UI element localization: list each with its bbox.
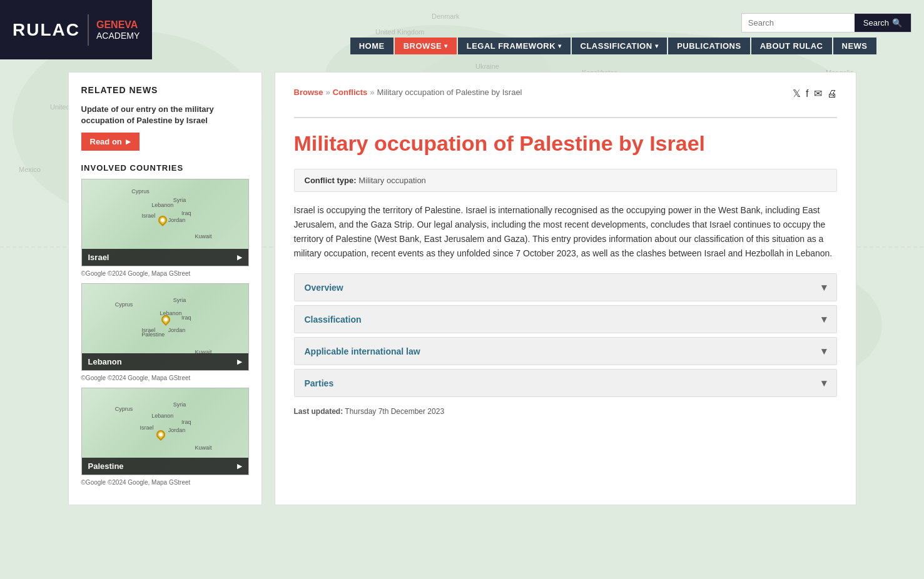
search-button[interactable]: Search 🔍 <box>855 14 911 32</box>
classification-chevron: ▾ <box>821 313 826 325</box>
overview-chevron: ▾ <box>821 281 826 293</box>
palestine-map-credit: ©Google ©2024 Google, Mapa GStreet <box>81 478 249 487</box>
news-update-text: Update of our entry on the military occu… <box>81 104 249 126</box>
nav-search-wrapper: Search 🔍 HOME BROWSE ▾ LEGAL FRAMEWORK ▾… <box>152 0 924 59</box>
nav-legal-framework[interactable]: LEGAL FRAMEWORK ▾ <box>458 38 571 54</box>
print-icon[interactable]: 🖨 <box>827 88 837 99</box>
classification-chevron: ▾ <box>655 43 659 49</box>
israel-map-credit: ©Google ©2024 Google, Mapa GStreet <box>81 269 249 278</box>
palestine-map[interactable]: Syria Cyprus Lebanon Iraq Jordan Israel … <box>81 388 249 475</box>
nav-publications[interactable]: PUBLICATIONS <box>668 38 750 54</box>
israel-map[interactable]: Syria Lebanon Iraq Jordan Israel Cyprus … <box>81 179 249 266</box>
breadcrumb-conflicts[interactable]: Conflicts <box>333 88 368 97</box>
breadcrumb-current: Military occupation of Palestine by Isra… <box>377 88 522 97</box>
logo-divider <box>88 14 89 46</box>
accordion-overview[interactable]: Overview ▾ <box>294 273 837 301</box>
lebanon-map[interactable]: Syria Cyprus Lebanon Iraq Jordan Israel … <box>81 283 249 371</box>
content-area: Browse » Conflicts » Military occupation… <box>275 72 856 505</box>
email-icon[interactable]: ✉ <box>814 88 822 99</box>
nav-about[interactable]: ABOUT RULAC <box>751 38 832 54</box>
nav-classification[interactable]: CLASSIFICATION ▾ <box>572 38 668 54</box>
legal-chevron: ▾ <box>558 43 562 49</box>
search-row: Search 🔍 <box>152 7 924 35</box>
search-input[interactable] <box>742 14 855 31</box>
conflict-type-box: Conflict type: Military occupation <box>294 169 837 192</box>
search-box[interactable]: Search 🔍 <box>741 13 911 33</box>
involved-countries-title: INVOLVED COUNTRIES <box>81 163 249 173</box>
accordion-classification-header[interactable]: Classification ▾ <box>295 306 836 333</box>
applicable-law-chevron: ▾ <box>821 345 826 357</box>
nav-news[interactable]: NEWS <box>833 38 876 54</box>
palestine-label: Palestine <box>82 458 248 475</box>
breadcrumb-browse[interactable]: Browse <box>294 88 323 97</box>
accordion-classification[interactable]: Classification ▾ <box>294 305 837 333</box>
nav-browse[interactable]: BROWSE ▾ <box>395 38 457 54</box>
share-icons: 𝕏 f ✉ 🖨 <box>793 88 836 99</box>
accordion-parties[interactable]: Parties ▾ <box>294 369 837 397</box>
accordion-parties-header[interactable]: Parties ▾ <box>295 370 836 396</box>
description: Israel is occupying the territory of Pal… <box>294 203 837 261</box>
page-title: Military occupation of Palestine by Isra… <box>294 131 837 156</box>
main-layout: RELATED NEWS Update of our entry on the … <box>56 59 869 518</box>
search-icon: 🔍 <box>892 18 902 28</box>
read-on-button[interactable]: Read on <box>81 133 140 151</box>
accordion-applicable-law[interactable]: Applicable international law ▾ <box>294 337 837 365</box>
header: RULAC GENEVA ACADEMY Search 🔍 HOME <box>0 0 924 59</box>
navigation: HOME BROWSE ▾ LEGAL FRAMEWORK ▾ CLASSIFI… <box>152 35 924 59</box>
logo-geneva-academy: GENEVA ACADEMY <box>96 19 140 41</box>
twitter-icon[interactable]: 𝕏 <box>793 88 801 99</box>
logo-rulac: RULAC <box>13 20 80 40</box>
nav-home[interactable]: HOME <box>350 38 393 54</box>
last-updated: Last updated: Thursday 7th December 2023 <box>294 407 837 416</box>
israel-label: Israel <box>82 249 248 266</box>
lebanon-map-credit: ©Google ©2024 Google, Mapa GStreet <box>81 373 249 383</box>
facebook-icon[interactable]: f <box>806 88 808 99</box>
breadcrumb: Browse » Conflicts » Military occupation… <box>294 88 522 97</box>
sidebar: RELATED NEWS Update of our entry on the … <box>68 72 262 505</box>
browse-chevron: ▾ <box>444 43 448 49</box>
accordion-overview-header[interactable]: Overview ▾ <box>295 274 836 301</box>
conflict-type-value: Military occupation <box>358 176 426 185</box>
conflict-type-label: Conflict type: <box>305 176 357 185</box>
parties-chevron: ▾ <box>821 377 826 389</box>
lebanon-label: Lebanon <box>82 353 248 370</box>
accordion-applicable-law-header[interactable]: Applicable international law ▾ <box>295 338 836 365</box>
logo[interactable]: RULAC GENEVA ACADEMY <box>0 0 152 59</box>
related-news-title: RELATED NEWS <box>81 85 249 95</box>
